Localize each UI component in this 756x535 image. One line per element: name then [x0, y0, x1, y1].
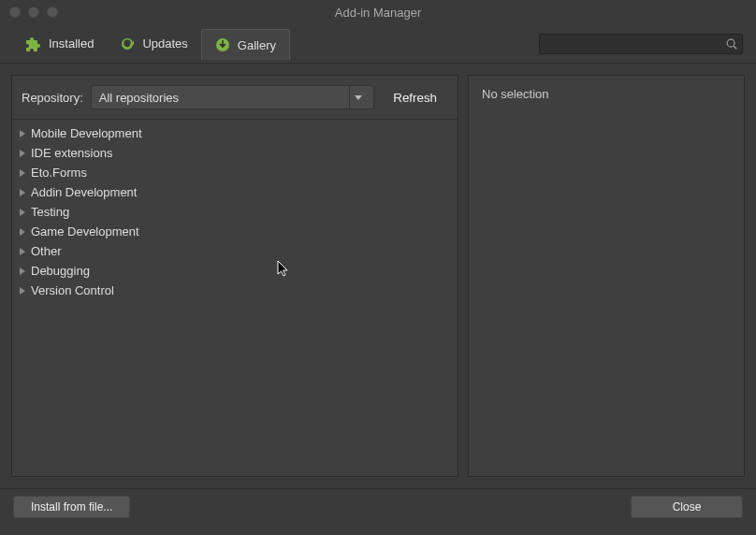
tree-item-label: Version Control [31, 283, 114, 297]
tab-label: Gallery [238, 38, 276, 52]
close-button[interactable]: Close [631, 496, 743, 518]
repository-selected-value: All repositories [99, 91, 179, 105]
repository-toolbar: Repository: All repositories Refresh [12, 76, 458, 120]
caret-right-icon [20, 130, 25, 137]
caret-right-icon [20, 228, 25, 236]
caret-right-icon [20, 169, 25, 177]
caret-right-icon [20, 268, 25, 275]
tree-item[interactable]: Debugging [12, 261, 458, 281]
window-controls [0, 7, 58, 18]
tree-item-label: IDE extensions [31, 146, 112, 160]
repository-select[interactable]: All repositories [91, 85, 375, 109]
update-icon [120, 36, 135, 51]
repository-label: Repository: [22, 91, 83, 105]
tree-item[interactable]: Mobile Development [12, 123, 458, 143]
caret-right-icon [20, 150, 25, 157]
tree-item[interactable]: Other [12, 241, 458, 261]
caret-right-icon [20, 189, 25, 196]
tree-item[interactable]: Eto.Forms [12, 163, 458, 182]
content-area: Repository: All repositories Refresh Mob… [0, 64, 756, 488]
caret-right-icon [20, 209, 25, 216]
titlebar: Add-in Manager [0, 0, 756, 24]
tree-item-label: Eto.Forms [31, 166, 87, 180]
tree-item-label: Mobile Development [31, 126, 142, 140]
tree-item-label: Other [31, 244, 62, 258]
tree-item[interactable]: Testing [12, 202, 458, 222]
search-field[interactable] [544, 36, 725, 51]
tab-updates[interactable]: Updates [107, 29, 200, 59]
caret-right-icon [20, 287, 25, 295]
tab-installed[interactable]: Installed [13, 29, 107, 59]
tab-label: Updates [142, 36, 187, 51]
category-tree[interactable]: Mobile Development IDE extensions Eto.Fo… [12, 120, 458, 476]
empty-selection-text: No selection [482, 87, 731, 101]
search-input[interactable] [539, 34, 743, 54]
detail-panel: No selection [468, 75, 745, 477]
tab-bar: Installed Updates Gallery [0, 24, 756, 64]
svg-line-2 [734, 46, 736, 49]
caret-right-icon [20, 248, 25, 255]
refresh-button[interactable]: Refresh [382, 85, 448, 109]
tree-item[interactable]: IDE extensions [12, 143, 458, 163]
svg-point-1 [727, 39, 734, 47]
tree-item[interactable]: Game Development [12, 222, 458, 241]
repository-panel: Repository: All repositories Refresh Mob… [11, 75, 458, 477]
tree-item[interactable]: Version Control [12, 281, 458, 300]
footer: Install from file... Close [0, 488, 756, 524]
search-icon [725, 37, 738, 51]
tree-item-label: Debugging [31, 264, 90, 278]
tree-item[interactable]: Addin Development [12, 182, 458, 202]
tab-gallery[interactable]: Gallery [201, 29, 290, 60]
tree-item-label: Testing [31, 205, 69, 219]
tree-item-label: Addin Development [31, 185, 137, 199]
close-window-icon[interactable] [9, 7, 21, 18]
download-icon [215, 37, 230, 52]
chevron-down-icon [349, 86, 366, 108]
tab-label: Installed [49, 36, 94, 51]
tree-item-label: Game Development [31, 224, 139, 239]
zoom-window-icon[interactable] [47, 7, 58, 18]
install-from-file-button[interactable]: Install from file... [13, 496, 130, 518]
puzzle-icon [26, 36, 41, 51]
minimize-window-icon[interactable] [28, 7, 39, 18]
window-title: Add-in Manager [0, 6, 756, 20]
